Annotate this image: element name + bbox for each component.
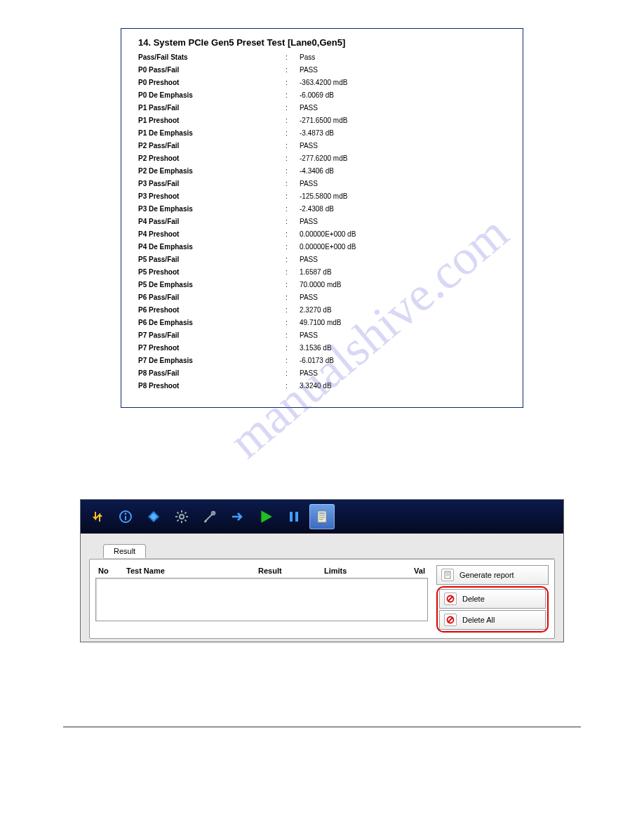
report-row-value: PASS: [300, 142, 506, 150]
report-row-colon: :: [286, 281, 300, 289]
report-row: P1 Preshoot:-271.6500 mdB: [138, 117, 506, 124]
report-row-value: 70.0000 mdB: [300, 281, 506, 289]
pause-icon[interactable]: [281, 504, 307, 529]
report-row-value: -6.0069 dB: [300, 91, 506, 99]
report-row: P8 Preshoot:3.3240 dB: [138, 382, 506, 390]
report-row-label: P2 De Emphasis: [138, 167, 286, 175]
report-row: P0 Preshoot:-363.4200 mdB: [138, 79, 506, 86]
report-row-value: PASS: [300, 218, 506, 225]
report-row-label: P3 Preshoot: [138, 192, 286, 200]
report-row-label: P5 Pass/Fail: [138, 256, 286, 263]
report-row-colon: :: [286, 268, 300, 276]
report-row: P5 Preshoot:1.6587 dB: [138, 268, 506, 276]
report-row-label: P7 Pass/Fail: [138, 331, 286, 339]
report-row-value: -277.6200 mdB: [300, 154, 506, 162]
report-row-value: -363.4200 mdB: [300, 79, 506, 86]
svg-point-1: [125, 513, 127, 515]
report-row: P6 Preshoot:2.3270 dB: [138, 306, 506, 314]
svg-line-26: [448, 597, 452, 601]
report-row-value: 49.7100 mdB: [300, 319, 506, 326]
svg-rect-14: [290, 512, 293, 522]
report-row-value: PASS: [300, 256, 506, 263]
report-row-value: Pass: [300, 53, 506, 61]
report-row: P5 De Emphasis:70.0000 mdB: [138, 281, 506, 289]
report-row-value: -3.4873 dB: [300, 129, 506, 137]
report-row-colon: :: [286, 369, 300, 377]
report-row-label: P2 Pass/Fail: [138, 142, 286, 150]
info-icon[interactable]: [113, 504, 138, 529]
col-header-limits: Limits: [324, 567, 390, 575]
report-row-value: -6.0173 dB: [300, 357, 506, 364]
report-row-value: 1.6587 dB: [300, 268, 506, 276]
arrow-right-icon[interactable]: [225, 504, 250, 529]
report-row-label: P4 Preshoot: [138, 230, 286, 238]
report-row: P7 Pass/Fail:PASS: [138, 331, 506, 339]
report-row-colon: :: [286, 319, 300, 326]
report-row-label: P8 Preshoot: [138, 382, 286, 390]
report-row-label: P6 De Emphasis: [138, 319, 286, 326]
tab-result[interactable]: Result: [103, 544, 146, 558]
report-row: P2 Preshoot:-277.6200 mdB: [138, 154, 506, 162]
report-row-colon: :: [286, 218, 300, 225]
svg-line-8: [177, 512, 179, 514]
report-row-colon: :: [286, 205, 300, 213]
report-row-value: PASS: [300, 293, 506, 301]
report-panel: 14. System PCIe Gen5 Preset Test [Lane0,…: [121, 28, 523, 408]
report-row-label: P7 De Emphasis: [138, 357, 286, 364]
app-window: Result No Test Name Result Limits Val: [80, 499, 564, 642]
updown-arrow-icon[interactable]: [85, 504, 110, 529]
report-row: P7 Preshoot:3.1536 dB: [138, 344, 506, 352]
generate-report-button[interactable]: Generate report: [436, 565, 549, 585]
svg-rect-15: [295, 512, 298, 522]
report-row-label: Pass/Fail Stats: [138, 53, 286, 61]
report-row-colon: :: [286, 293, 300, 301]
report-row-colon: :: [286, 180, 300, 187]
report-row: P2 De Emphasis:-4.3406 dB: [138, 167, 506, 175]
col-header-testname: Test Name: [126, 567, 258, 575]
report-row-colon: :: [286, 344, 300, 352]
report-row-colon: :: [286, 243, 300, 251]
report-row-label: P1 Pass/Fail: [138, 104, 286, 112]
report-row: P3 Preshoot:-125.5800 mdB: [138, 192, 506, 200]
report-row: P0 Pass/Fail:PASS: [138, 66, 506, 74]
report-row-colon: :: [286, 129, 300, 137]
delete-label: Delete: [462, 595, 485, 603]
document-icon[interactable]: [309, 504, 335, 529]
report-row: P3 Pass/Fail:PASS: [138, 180, 506, 187]
report-row-label: P5 Preshoot: [138, 268, 286, 276]
report-row-value: 2.3270 dB: [300, 306, 506, 314]
delete-all-button[interactable]: Delete All: [439, 610, 546, 630]
report-row-value: 3.3240 dB: [300, 382, 506, 390]
report-row: P2 Pass/Fail:PASS: [138, 142, 506, 150]
report-row: P7 De Emphasis:-6.0173 dB: [138, 357, 506, 364]
report-row-label: P4 De Emphasis: [138, 243, 286, 251]
report-row-colon: :: [286, 382, 300, 390]
delete-button[interactable]: Delete: [439, 589, 546, 609]
report-row-colon: :: [286, 357, 300, 364]
col-header-no: No: [98, 567, 126, 575]
report-row: P8 Pass/Fail:PASS: [138, 369, 506, 377]
report-row-label: P7 Preshoot: [138, 344, 286, 352]
forbid-icon: [444, 593, 457, 605]
report-row-colon: :: [286, 79, 300, 86]
report-row-label: P1 De Emphasis: [138, 129, 286, 137]
report-title: 14. System PCIe Gen5 Preset Test [Lane0,…: [138, 37, 506, 48]
report-row-value: -125.5800 mdB: [300, 192, 506, 200]
play-icon[interactable]: [253, 504, 279, 529]
svg-point-3: [180, 515, 184, 519]
report-row-value: PASS: [300, 66, 506, 74]
report-row: P1 De Emphasis:-3.4873 dB: [138, 129, 506, 137]
report-row-label: P2 Preshoot: [138, 154, 286, 162]
svg-line-10: [177, 519, 179, 521]
generate-report-label: Generate report: [459, 571, 514, 579]
report-row-colon: :: [286, 192, 300, 200]
forbid-icon: [444, 614, 457, 626]
tools-icon[interactable]: [197, 504, 222, 529]
diamond-icon[interactable]: [141, 504, 166, 529]
result-list[interactable]: [95, 578, 428, 621]
report-row-value: -4.3406 dB: [300, 167, 506, 175]
report-row-label: P0 De Emphasis: [138, 91, 286, 99]
report-row-colon: :: [286, 256, 300, 263]
report-row-label: P3 Pass/Fail: [138, 180, 286, 187]
gear-icon[interactable]: [169, 504, 194, 529]
